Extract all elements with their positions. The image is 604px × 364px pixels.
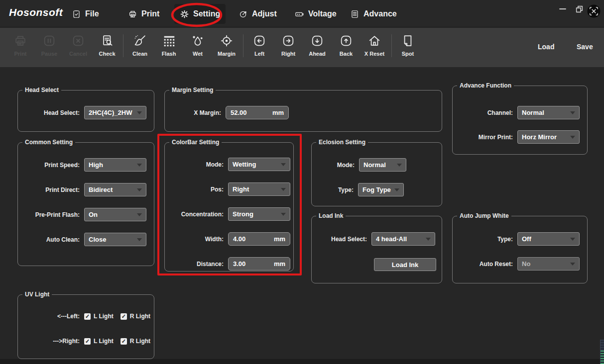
tool-label: Clean [132, 51, 147, 57]
close-button[interactable] [587, 4, 601, 20]
checkbox-icon[interactable] [84, 338, 91, 345]
field-label: Pre-Print Flash: [18, 211, 84, 218]
field-label: Auto Clean: [18, 236, 84, 243]
dropdown-value: Close [89, 236, 106, 243]
menu-bar: Hosonsoft File Print Setting Adjust [0, 0, 604, 27]
auto-reset-dropdown[interactable]: No [517, 257, 580, 271]
gear-icon [180, 9, 189, 19]
field-label: Pos: [165, 186, 228, 193]
fragment-stripes-green [600, 351, 604, 364]
menu-item-adjust[interactable]: Adjust [233, 4, 282, 24]
field-label: Type: [312, 186, 358, 193]
x-margin-input[interactable]: 52.00 mm [226, 106, 289, 119]
tool-label: Check [99, 51, 115, 57]
tool-right[interactable]: Right [274, 28, 302, 64]
droplet-icon [191, 34, 205, 48]
checkbox-icon[interactable] [84, 313, 91, 320]
panel-title: Advance Function [457, 82, 514, 89]
document-icon [350, 9, 360, 19]
tool-wet[interactable]: Wet [184, 28, 212, 64]
eclosion-mode-dropdown[interactable]: Normal [359, 158, 406, 172]
input-value: 4.00 [233, 235, 245, 243]
channel-dropdown[interactable]: Normal [517, 106, 580, 119]
minimize-button[interactable] [559, 5, 567, 13]
tool-clean[interactable]: Clean [126, 28, 154, 64]
tool-flash[interactable]: Flash [155, 28, 183, 64]
mirror-print-dropdown[interactable]: Horz Mirror [517, 130, 580, 144]
colorbar-pos-dropdown[interactable]: Right [228, 182, 290, 196]
checkbox-icon[interactable] [121, 313, 127, 320]
dropdown-value: Right [233, 185, 249, 193]
menu-label: Advance [363, 9, 397, 18]
toolbar-separator [123, 34, 123, 57]
tool-x-reset[interactable]: X Reset [361, 28, 388, 64]
tool-ahead[interactable]: Ahead [303, 28, 331, 64]
field-label: Concentration: [165, 211, 228, 218]
tool-label: Right [281, 51, 295, 57]
menu-item-setting[interactable]: Setting [174, 4, 226, 24]
load-ink-head-select-dropdown[interactable]: 4 head-All [371, 232, 435, 246]
uv-right-r-light[interactable]: R Light [121, 338, 150, 345]
menu-item-file[interactable]: File [66, 4, 105, 24]
chevron-down-icon [137, 213, 142, 216]
field-label: X Margin: [165, 109, 226, 116]
load-ink-button[interactable]: Load Ink [374, 258, 436, 271]
chevron-down-icon [137, 238, 142, 241]
dropdown-value: Strong [233, 210, 253, 218]
chevron-down-icon [394, 188, 399, 191]
colorbar-concentration-dropdown[interactable]: Strong [228, 207, 290, 221]
checkbox-label: R Light [130, 313, 150, 320]
chevron-down-icon [281, 163, 286, 166]
pause-icon [42, 34, 56, 48]
tool-left[interactable]: Left [245, 28, 273, 64]
tool-spot[interactable]: Spot [394, 28, 422, 64]
tool-print: Print [6, 28, 34, 64]
chevron-down-icon [426, 238, 431, 241]
input-unit: mm [274, 235, 285, 243]
checkbox-icon[interactable] [121, 338, 127, 345]
arrow-down-icon [310, 34, 324, 48]
panel-title: Auto Jump White [457, 212, 511, 219]
tool-label: Ahead [309, 51, 326, 57]
toolbar-separator [391, 34, 392, 57]
colorbar-distance-input[interactable]: 3.00 mm [228, 257, 290, 271]
advance-function-panel: Advance Function Channel: Normal Mirror … [452, 86, 588, 155]
dropdown-value: Bidirect [89, 186, 113, 193]
menu-item-voltage[interactable]: Voltage [289, 4, 342, 24]
tool-label: Back [340, 51, 353, 57]
restore-button[interactable] [575, 5, 584, 13]
panel-title: Eclosion Setting [316, 139, 368, 146]
arrow-left-icon [252, 34, 266, 48]
auto-clean-dropdown[interactable]: Close [84, 233, 146, 246]
uv-left-r-light[interactable]: R Light [121, 313, 150, 320]
eclosion-setting-panel: Eclosion Setting Mode: Normal Type: Fog … [311, 142, 442, 206]
jump-white-type-dropdown[interactable]: Off [517, 232, 580, 246]
print-direct-dropdown[interactable]: Bidirect [84, 183, 146, 196]
menu-item-advance[interactable]: Advance [345, 4, 402, 24]
tool-check[interactable]: Check [93, 28, 121, 64]
head-select-dropdown[interactable]: 2HC(4C)_2HW [84, 106, 146, 119]
print-speed-dropdown[interactable]: High [84, 158, 146, 172]
save-button[interactable]: Save [573, 40, 597, 54]
pre-print-flash-dropdown[interactable]: On [84, 208, 146, 221]
colorbar-width-input[interactable]: 4.00 mm [228, 232, 290, 246]
eclosion-type-dropdown[interactable]: Fog Type [358, 183, 404, 196]
tool-label: Left [254, 51, 264, 57]
menu-label: Voltage [308, 9, 337, 18]
window-bottom-edge [0, 359, 604, 364]
tool-back[interactable]: Back [332, 28, 360, 64]
uv-left-l-light[interactable]: L Light [84, 313, 114, 320]
dropdown-value: Normal [363, 161, 386, 169]
dropdown-value: Wetting [233, 161, 256, 168]
menu-item-print[interactable]: Print [122, 4, 165, 24]
dropdown-value: Off [522, 235, 531, 243]
tool-margin[interactable]: Margin [213, 28, 241, 64]
printer-icon [13, 34, 27, 48]
tool-label: Print [14, 51, 26, 57]
colorbar-mode-dropdown[interactable]: Wetting [228, 158, 290, 171]
uv-right-l-light[interactable]: L Light [84, 338, 114, 345]
restore-window-icon [575, 5, 584, 13]
dropdown-value: 4 head-All [376, 235, 407, 243]
app-logo: Hosonsoft [9, 6, 63, 18]
load-button[interactable]: Load [534, 40, 558, 54]
